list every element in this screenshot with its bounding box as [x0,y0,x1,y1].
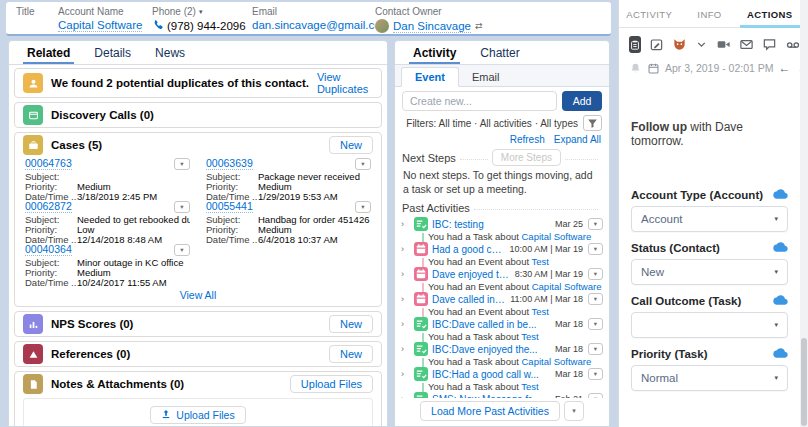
row-actions-button[interactable]: ▾ [588,243,603,255]
cases-title[interactable]: Cases (5) [51,139,321,151]
chat-icon[interactable] [762,37,777,53]
upload-files-header-button[interactable]: Upload Files [290,375,373,393]
expand-all-link[interactable]: Expand All [554,134,601,145]
filter-icon[interactable] [583,115,602,131]
file-dropzone[interactable]: Upload Files Or drop files [23,398,373,427]
case-subject-link[interactable]: Package never received [258,172,371,182]
activity-title-link[interactable]: Had a good call with ... [432,244,506,255]
add-button[interactable]: Add [562,91,602,111]
row-actions-button[interactable]: ▾ [174,244,190,256]
more-steps-button[interactable]: More Steps [492,149,561,166]
references-title[interactable]: References (0) [51,348,321,360]
salesforce-cloud-icon[interactable] [773,241,788,255]
row-actions-button[interactable]: ▾ [588,368,603,380]
subtab-email[interactable]: Email [459,68,513,86]
subtab-event[interactable]: Event [401,67,459,87]
activity-title-link[interactable]: IBC:Dave called in be... [432,319,551,330]
scrollbar-thumb[interactable] [801,338,807,426]
activity-about-link[interactable]: Capital Software [522,356,592,367]
case-subject-link[interactable] [77,172,190,182]
row-actions-button[interactable]: ▾ [174,201,190,213]
email-icon[interactable] [739,37,754,53]
tab-news[interactable]: News [143,41,197,64]
upload-files-button[interactable]: Upload Files [150,406,245,424]
case-subject-link[interactable]: Needed to get rebooked due to d... [77,215,190,225]
row-actions-button[interactable]: ▾ [588,218,603,230]
activity-about-link[interactable]: Test [532,256,549,267]
expand-chevron-icon[interactable]: › [401,345,410,354]
activity-title-link[interactable]: Dave called in becaus... [432,294,506,305]
row-actions-button[interactable]: ▾ [355,158,371,170]
fox-icon[interactable] [672,37,687,53]
new-nps-button[interactable]: New [329,315,373,333]
tab-widget-actions[interactable]: ACTIONS [740,0,800,27]
row-actions-button[interactable]: ▾ [355,201,371,213]
tab-details[interactable]: Details [82,41,143,64]
view-all-cases-link[interactable]: View All [15,287,381,306]
view-duplicates-link[interactable]: View Duplicates [317,71,373,95]
new-reference-button[interactable]: New [329,345,373,363]
load-more-menu-button[interactable]: ▾ [564,401,584,421]
chevron-down-icon[interactable]: ▾ [199,8,203,16]
voicemail-icon[interactable] [785,37,801,53]
expand-chevron-icon[interactable]: › [401,320,410,329]
tab-widget-activity[interactable]: ACTIVITY [619,0,679,27]
salesforce-cloud-icon[interactable] [773,347,788,361]
activity-about-link[interactable]: Capital Software [522,231,592,242]
activity-about-link[interactable]: Test [532,306,549,317]
account-name-link[interactable]: Capital Software [58,19,142,32]
priority-select[interactable]: Normal ▾ [631,365,788,391]
row-actions-button[interactable]: ▾ [588,293,603,305]
status-select[interactable]: New ▾ [631,259,788,285]
discovery-calls-title[interactable]: Discovery Calls (0) [51,109,373,121]
tab-widget-info[interactable]: INFO [679,0,739,27]
tab-related[interactable]: Related [15,41,82,64]
case-number-link[interactable]: 00055441 [206,201,253,212]
row-actions-button[interactable]: ▾ [588,393,603,398]
case-number-link[interactable]: 00040364 [25,244,72,255]
tab-chatter[interactable]: Chatter [468,41,531,64]
video-icon[interactable] [716,37,731,53]
chevron-down-icon[interactable] [695,37,708,53]
row-actions-button[interactable]: ▾ [588,268,603,280]
refresh-link[interactable]: Refresh [510,134,545,145]
vertical-scrollbar[interactable] [800,0,808,427]
contact-owner-link[interactable]: Dan Sincavage [393,20,471,33]
row-actions-button[interactable]: ▾ [588,343,603,355]
activity-title-link[interactable]: SMS: New Message fr... [432,394,551,398]
expand-chevron-icon[interactable]: › [401,295,410,304]
expand-chevron-icon[interactable]: › [401,395,410,398]
expand-chevron-icon[interactable]: › [401,245,410,254]
previous-arrow-icon[interactable]: ← [779,61,791,75]
expand-chevron-icon[interactable]: › [401,270,410,279]
case-number-link[interactable]: 00063639 [206,158,253,169]
row-actions-button[interactable]: ▾ [174,158,190,170]
salesforce-cloud-icon[interactable] [773,188,788,202]
create-new-input[interactable] [402,91,557,111]
calendar-icon[interactable] [647,60,660,76]
call-outcome-select[interactable]: ▾ [631,312,788,338]
expand-chevron-icon[interactable]: › [401,370,410,379]
activity-title-link[interactable]: IBC:Had a good call w... [432,369,551,380]
account-type-select[interactable]: Account ▾ [631,206,788,232]
phone-value[interactable]: (978) 944-2096 [167,20,246,32]
tab-activity[interactable]: Activity [401,41,468,64]
case-subject-link[interactable]: Minor outage in KC office [77,258,190,268]
nps-scores-title[interactable]: NPS Scores (0) [51,318,321,330]
edit-note-icon[interactable] [649,37,664,53]
change-owner-icon[interactable]: ⇄ [475,21,483,31]
salesforce-cloud-icon[interactable] [773,294,788,308]
row-actions-button[interactable]: ▾ [588,318,603,330]
new-case-button[interactable]: New [329,136,373,154]
activity-about-link[interactable]: Capital Software [532,281,602,292]
activity-title-link[interactable]: Dave enjoyed the de... [432,269,511,280]
expand-chevron-icon[interactable]: › [401,220,410,229]
case-number-link[interactable]: 00062872 [25,201,72,212]
case-number-link[interactable]: 00064763 [25,158,72,169]
activity-title-link[interactable]: IBC:Dave enjoyed the... [432,344,551,355]
case-subject-link[interactable]: Handbag for order 451426 not de... [258,215,371,225]
activity-about-link[interactable]: Test [521,331,538,342]
email-link[interactable]: dan.sincavage@gmail.com [252,19,375,31]
activity-title-link[interactable]: IBC: testing [432,219,551,230]
activity-about-link[interactable]: Test [521,381,538,392]
